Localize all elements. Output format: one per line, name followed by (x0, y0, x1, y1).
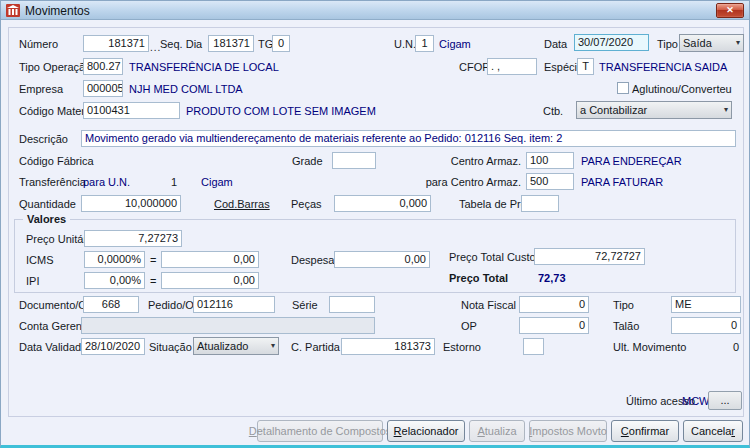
cancelar-button[interactable]: Cancelar (683, 420, 743, 442)
aglutinou-label: Aglutinou/Converteu (632, 83, 732, 95)
para-un-label: para U.N. (83, 176, 130, 188)
ipi-pct-field[interactable]: 0,00% (84, 272, 145, 289)
app-icon (6, 4, 20, 17)
atualiza-button: Atualiza (469, 420, 525, 442)
button-label-part: Cancela (691, 425, 731, 437)
grade-field[interactable] (332, 152, 376, 169)
button-label-part: etalhamento de Compostos (257, 425, 392, 437)
descricao-field[interactable]: Movimento gerado via multiendereçamento … (81, 130, 736, 147)
centro-armaz-desc: PARA ENDEREÇAR (581, 155, 682, 167)
tipo-doc-label: Tipo (613, 299, 634, 311)
chevron-down-icon: ▾ (271, 338, 275, 354)
estorno-field[interactable] (523, 338, 544, 355)
ult-movimento-label: Ult. Movimento (613, 341, 686, 353)
descricao-label: Descrição (19, 133, 68, 145)
empresa-field[interactable]: 000005 (83, 80, 123, 97)
especie-desc: TRANSFERENCIA SAIDA (599, 61, 727, 73)
serie-field[interactable] (329, 296, 375, 313)
ultimo-acesso-button[interactable]: ... (708, 391, 742, 410)
ipi-value-field[interactable]: 0,00 (161, 272, 259, 289)
empresa-desc: NJH MED COML LTDA (129, 83, 243, 95)
cfop-label: CFOP (459, 61, 490, 73)
button-mnemonic: C (621, 425, 629, 437)
pecas-field[interactable]: 0,000 (334, 195, 431, 212)
transferencia-label: Transferência (19, 176, 86, 188)
aglutinou-checkbox[interactable] (617, 82, 629, 94)
para-centro-armaz-field[interactable]: 500 (526, 173, 574, 190)
para-centro-armaz-desc: PARA FATURAR (581, 176, 663, 188)
impostos-movto-button: Impostos Movto (529, 420, 607, 442)
preco-total-value: 72,73 (538, 272, 566, 284)
icms-value-field[interactable]: 0,00 (161, 251, 259, 268)
situacao-select[interactable]: Atualizado ▾ (193, 337, 279, 355)
para-un-desc: Cigam (201, 176, 233, 188)
data-field[interactable]: 30/07/2020 (574, 34, 649, 51)
button-label-part: elacionador (402, 425, 459, 437)
tipo-selected-value: Saída (683, 35, 712, 51)
numero-label: Número (19, 38, 58, 50)
pedido-field[interactable]: 012116 (193, 296, 275, 313)
centro-armaz-field[interactable]: 100 (526, 152, 574, 169)
icms-label: ICMS (26, 254, 54, 266)
nota-fiscal-field[interactable]: 0 (519, 296, 589, 313)
tipo-operacao-field[interactable]: 800.27 (83, 58, 123, 75)
seq-dia-label: Seq. Dia (160, 38, 202, 50)
preco-total-label: Preço Total (449, 272, 508, 284)
confirmar-button[interactable]: Confirmar (611, 420, 679, 442)
un-desc: Cigam (439, 38, 471, 50)
despesas-field[interactable]: 0,00 (334, 251, 430, 268)
c-partida-label: C. Partida (291, 341, 340, 353)
cod-barras-link[interactable]: Cod.Barras (214, 198, 270, 210)
despesas-label: Despesas (291, 254, 340, 266)
detalhamento-compostos-button: Detalhamento de Compostos (257, 420, 383, 442)
conta-gerencial-field[interactable] (81, 317, 375, 334)
cfop-field[interactable]: . , (487, 58, 537, 75)
preco-total-custo-label: Preço Total Custo (449, 251, 536, 263)
un-field[interactable]: 1 (415, 35, 434, 52)
button-mnemonic: D (249, 425, 257, 437)
button-mnemonic: R (394, 425, 402, 437)
especie-field[interactable]: T (577, 58, 594, 75)
preco-unitario-field[interactable]: 7,27273 (84, 230, 182, 247)
data-validade-field[interactable]: 28/10/2020 (81, 338, 145, 355)
un-label: U.N. (394, 38, 416, 50)
nota-fiscal-label: Nota Fiscal (461, 299, 516, 311)
op-field[interactable]: 0 (519, 317, 589, 334)
pecas-label: Peças (291, 198, 322, 210)
ipi-equals: = (150, 275, 156, 287)
seq-dia-field[interactable]: 181371 (208, 35, 254, 52)
ctb-select[interactable]: a Contabilizar ▾ (576, 101, 732, 119)
quantidade-label: Quantidade (19, 198, 76, 210)
serie-label: Série (292, 299, 318, 311)
para-centro-armaz-label: para Centro Armaz. (421, 176, 521, 188)
preco-total-custo-field[interactable]: 72,72727 (534, 248, 645, 265)
c-partida-field[interactable]: 181373 (341, 338, 435, 355)
codigo-material-field[interactable]: 0100431 (83, 102, 180, 119)
tg-field[interactable]: 0 (272, 35, 290, 52)
movimentos-window: Movimentos ✕ Número 181371 ... Seq. Dia … (0, 0, 750, 448)
data-label: Data (544, 38, 567, 50)
valores-title: Valores (23, 213, 70, 225)
ultimo-acesso-value: MCW (682, 395, 710, 407)
button-label-part: tualiza (485, 425, 517, 437)
relacionador-button[interactable]: Relacionador (387, 420, 465, 442)
tipo-operacao-desc: TRANSFERÊNCIA DE LOCAL (129, 61, 279, 73)
codigo-material-desc: PRODUTO COM LOTE SEM IMAGEM (186, 105, 376, 117)
tabela-preco-field[interactable] (521, 195, 559, 212)
documento-field[interactable]: 668 (83, 296, 139, 313)
icms-pct-field[interactable]: 0,0000% (84, 251, 145, 268)
ult-movimento-value: 0 (691, 341, 739, 353)
tipo-doc-field[interactable]: ME (671, 296, 741, 313)
close-icon[interactable]: ✕ (716, 3, 744, 18)
tipo-select[interactable]: Saída ▾ (679, 34, 744, 52)
centro-armaz-label: Centro Armaz. (431, 155, 521, 167)
talao-field[interactable]: 0 (671, 317, 741, 334)
title-bar[interactable]: Movimentos ✕ (1, 1, 749, 20)
situacao-selected-value: Atualizado (197, 338, 248, 354)
quantidade-field[interactable]: 10,000000 (81, 195, 181, 212)
tipo-operacao-label: Tipo Operação (19, 61, 91, 73)
tipo-label: Tipo (657, 38, 678, 50)
button-label-part: mpostos Movto (532, 425, 607, 437)
ctb-label: Ctb. (543, 105, 563, 117)
numero-field[interactable]: 181371 (83, 35, 149, 52)
